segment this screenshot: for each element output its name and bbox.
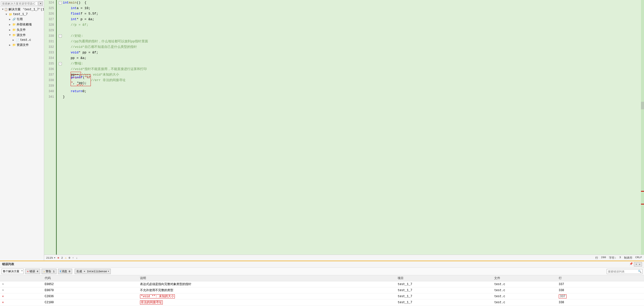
err-code-2: E0070 [43,287,138,293]
err-project-1: test_1_7 [396,281,492,287]
warning-filter-btn[interactable]: ⚠ 警告 1 [42,269,57,274]
scroll-thumb[interactable] [641,102,644,109]
code-line-337: pp++;//err void*未知的大小 [59,72,641,78]
cfile-icon: 📄 [16,39,19,42]
tab-label: 制表符 [624,256,632,260]
kw-return: return [71,89,82,94]
line-number-336: 336 [46,66,54,72]
collapse-marker-324[interactable]: - [59,1,62,4]
expand-icon: ▶ [9,28,12,31]
scope-dropdown[interactable]: 整个解决方案 ▾ [2,269,24,274]
code-line-338: printf("%f ", *pp);//err 非法的间接寻址 [59,78,641,83]
line-highlight: 337 [559,294,567,298]
intellisense-icon: ≈ [2,283,4,286]
row-label: 行 [595,256,598,260]
line-numbers: 3243253263273283293303313323333343353363… [44,0,57,255]
code-line-339 [59,83,641,89]
col-header-1[interactable]: 代码 [43,275,138,281]
error-table: 代码说明项目文件行 ≈E0852表达式必须是指向完整对象类型的指针test_1_… [0,275,644,306]
collapse-marker-335[interactable]: - [59,62,62,65]
col-header-4[interactable]: 文件 [492,275,556,281]
sidebar-search-button[interactable]: ▾ [38,1,43,6]
panel-pin-btn[interactable]: 📌 [629,262,633,266]
row-value: 280 [601,256,606,260]
col-header-5[interactable]: 行 [557,275,644,281]
col-header-3[interactable]: 项目 [396,275,492,281]
err-line-1: 337 [557,281,644,287]
zoom-dropdown-icon: ▾ [54,256,55,259]
sidebar-item-sources[interactable]: ▼📁源文件 [0,32,44,38]
err-icon-3: ✕ [0,293,43,299]
info-filter-btn[interactable]: ℹ 消息 0 [58,269,72,274]
err-desc-3: "void *": 未知的大小 [138,293,396,299]
status-error-icon: ⊗ [58,256,59,259]
sidebar-item-label: 源文件 [17,33,26,37]
sidebar-item-headers[interactable]: ▶📁头文件 [0,27,44,32]
code-line-326: float f = 5.5f; [59,11,641,17]
code-line-336: //void*指针不能直接用，不能直接进行运算和打印 [59,66,641,72]
kw: int [71,17,76,22]
line-number-331: 331 [46,39,54,44]
collapse-marker-330[interactable]: - [59,35,62,38]
search-errors-btn[interactable]: 🔍 [637,269,642,274]
sidebar-search-input[interactable] [1,2,38,6]
error-row-4[interactable]: ✕C2100非法的间接寻址test_1_7test.c338 [0,299,644,305]
code-line-327: int* p = &a; [59,17,641,22]
code-lines: -int main() { int a = 10; float f = 5.5f… [57,0,641,255]
col-header-2[interactable]: 说明 [138,275,396,281]
sidebar-item-extdeps[interactable]: ▶📁外部依赖项 [0,22,44,27]
ret-val: 0; [82,89,87,94]
code-line-341: } [59,94,641,100]
code-line-332: //void*自己都不知道自己是什么类型的指针 [59,44,641,50]
col-header-0[interactable] [0,275,43,281]
error-icon: ✕ [2,295,4,298]
expand-icon: ▶ [13,39,15,42]
code-line-335: - //弊端: [59,61,641,66]
line-number-326: 326 [46,11,54,17]
void-ptr: * pp = &f; [78,50,98,55]
line-number-334: 334 [46,55,54,61]
err-code-3: C2036 [43,293,138,299]
error-marker-1 [641,191,644,192]
search-errors-box: 🔍 [607,269,642,274]
error-table-element: 代码说明项目文件行 ≈E0852表达式必须是指向完整对象类型的指针test_1_… [0,275,644,305]
solution-icon: 📋 [4,8,8,11]
code-line-334: pp = &a; [59,55,641,61]
editor-scrollbar[interactable] [641,0,644,255]
nav-down-btn[interactable]: ↓ [76,256,78,259]
kw: void [71,50,78,55]
error-row-2[interactable]: ≈E0070不允许使用不完整的类型test_1_7test.c338 [0,287,644,293]
editor-area[interactable]: 3243253263273283293303313323333343353363… [44,0,644,255]
col-value: 3 [619,256,621,260]
error-filter-btn[interactable]: ✕ 错误 4 [25,269,40,274]
line-number-335: 335 [46,61,54,66]
code-line-331: //pp为通用的指针，什么地址都可以放到pp指针里面 [59,39,641,44]
paren: () { [77,0,87,6]
line-number-341: 341 [46,94,54,100]
error-row-3[interactable]: ✕C2036"void *": 未知的大小test_1_7test.c337 [0,293,644,299]
sidebar-item-label: 解决方案 'test_1_7'(1个项 [9,7,44,12]
sidebar-item-testc[interactable]: ▶📄test.c [0,38,44,42]
error-table-body: ≈E0852表达式必须是指向完整对象类型的指针test_1_7test.c337… [0,281,644,305]
sidebar-item-solution[interactable]: ▼📋解决方案 'test_1_7'(1个项 [0,7,44,12]
error-row-1[interactable]: ≈E0852表达式必须是指向完整对象类型的指针test_1_7test.c337 [0,281,644,287]
sidebar-item-label: 引用 [17,17,23,21]
search-errors-input[interactable] [607,270,637,273]
err-project-4: test_1_7 [396,299,492,305]
err-desc-2: 不允许使用不完整的类型 [138,287,396,293]
kw-int: int [63,0,69,6]
line-number-333: 333 [46,50,54,55]
err-code-1: E0852 [43,281,138,287]
intellisense-dropdown-arrow: ▾ [108,270,109,273]
comment-338: //err 非法的间接寻址 [91,78,126,83]
intellisense-btn[interactable]: 生成 + IntelliSense ▾ [75,269,111,274]
panel-close-btn[interactable]: × ✕ [634,262,642,266]
sidebar-item-ref[interactable]: ▶🔗引用 [0,17,44,22]
sidebar-item-test17[interactable]: ▼📁test_1_7 [0,12,44,17]
scope-dropdown-arrow: ▾ [21,269,23,272]
code-line-330: - //好处: [59,33,641,39]
nav-up-btn[interactable]: ↑ [72,256,74,259]
code-line-340: return 0; [59,89,641,94]
sidebar-item-resources[interactable]: ▶📁资源文件 [0,42,44,48]
comment: //void*指针不能直接用，不能直接进行运算和打印 [71,66,147,72]
